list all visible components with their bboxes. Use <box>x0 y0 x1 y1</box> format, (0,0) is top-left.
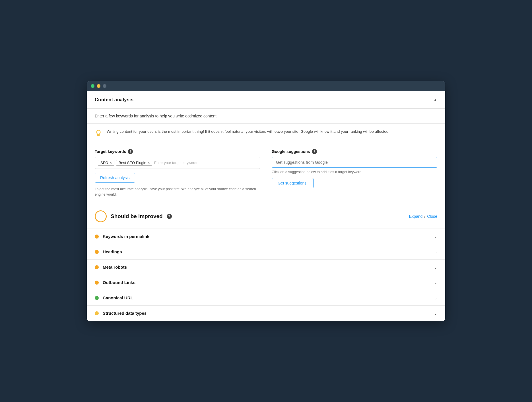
chevron-up-icon: ⌄ <box>434 280 437 285</box>
status-circle <box>95 210 107 222</box>
keywords-label: Target keywords ? <box>95 149 260 154</box>
google-label: Google suggestions ? <box>272 149 437 154</box>
app-window: Content analysis ▲ Enter a few keywords … <box>87 81 445 321</box>
dot-red <box>103 84 106 88</box>
remove-seo-tag[interactable]: × <box>110 161 112 165</box>
keyword-tag-best-seo: Best SEO Plugin × <box>116 160 152 166</box>
section-header: Content analysis ▲ <box>87 91 445 109</box>
status-dot <box>95 265 99 269</box>
keywords-area: Target keywords ? SEO × Best SEO Plugin … <box>87 142 445 204</box>
google-suggestions-col: Google suggestions ? Click on a suggesti… <box>272 149 437 197</box>
suggestion-hint: Click on a suggestion below to add it as… <box>272 170 437 174</box>
accordion-item[interactable]: Canonical URL ⌄ <box>87 290 445 306</box>
chevron-up-icon: ⌄ <box>434 296 437 300</box>
subtitle-bar: Enter a few keywords for analysis to hel… <box>87 109 445 124</box>
tip-text: Writing content for your users is the mo… <box>107 129 389 135</box>
keyword-help-text: To get the most accurate analysis, save … <box>95 187 260 197</box>
accordion-label: Outbound Links <box>103 280 135 285</box>
accordion-item[interactable]: Structured data types ⌄ <box>87 306 445 321</box>
google-suggestions-input[interactable] <box>272 157 437 168</box>
chevron-up-icon: ⌄ <box>434 265 437 270</box>
accordion-label: Structured data types <box>103 311 147 316</box>
status-dot <box>95 250 99 254</box>
accordion-label: Keywords in permalink <box>103 234 149 239</box>
lightbulb-icon <box>95 129 102 137</box>
main-content: Content analysis ▲ Enter a few keywords … <box>87 91 445 321</box>
status-dot <box>95 296 99 300</box>
section-title: Content analysis <box>95 97 133 103</box>
accordion-item[interactable]: Headings ⌄ <box>87 244 445 260</box>
titlebar <box>87 81 445 91</box>
dot-green <box>91 84 94 88</box>
accordion-item[interactable]: Outbound Links ⌄ <box>87 275 445 290</box>
target-keywords-col: Target keywords ? SEO × Best SEO Plugin … <box>95 149 260 197</box>
close-link[interactable]: Close <box>427 214 437 219</box>
separator: / <box>424 214 425 219</box>
accordion-list: Keywords in permalink ⌄ Headings ⌄ Meta … <box>87 229 445 321</box>
tip-box: Writing content for your users is the mo… <box>87 124 445 142</box>
chevron-up-icon: ⌄ <box>434 311 437 316</box>
improved-help-icon[interactable]: ? <box>167 214 172 219</box>
accordion-label: Meta robots <box>103 265 127 270</box>
accordion-label: Headings <box>103 249 122 254</box>
status-dot <box>95 281 99 285</box>
subtitle-text: Enter a few keywords for analysis to hel… <box>95 114 218 118</box>
collapse-icon[interactable]: ▲ <box>433 98 437 102</box>
accordion-item[interactable]: Meta robots ⌄ <box>87 260 445 275</box>
dot-yellow <box>97 84 100 88</box>
expand-link[interactable]: Expand <box>409 214 422 219</box>
remove-best-seo-tag[interactable]: × <box>148 161 150 165</box>
chevron-up-icon: ⌄ <box>434 234 437 239</box>
keyword-tag-seo: SEO × <box>98 160 114 166</box>
improved-title: Should be improved <box>111 213 163 219</box>
improved-header: Should be improved ? Expand / Close <box>87 204 445 229</box>
accordion-item[interactable]: Keywords in permalink ⌄ <box>87 229 445 244</box>
refresh-analysis-button[interactable]: Refresh analysis <box>95 173 135 183</box>
get-suggestions-button[interactable]: Get suggestions! <box>272 178 314 188</box>
keywords-help-icon[interactable]: ? <box>128 149 133 154</box>
google-help-icon[interactable]: ? <box>312 149 317 154</box>
status-dot <box>95 311 99 315</box>
chevron-up-icon: ⌄ <box>434 250 437 254</box>
keyword-input-row: SEO × Best SEO Plugin × <box>95 157 260 169</box>
accordion-label: Canonical URL <box>103 295 133 300</box>
keyword-text-input[interactable] <box>154 161 257 165</box>
status-dot <box>95 235 99 239</box>
